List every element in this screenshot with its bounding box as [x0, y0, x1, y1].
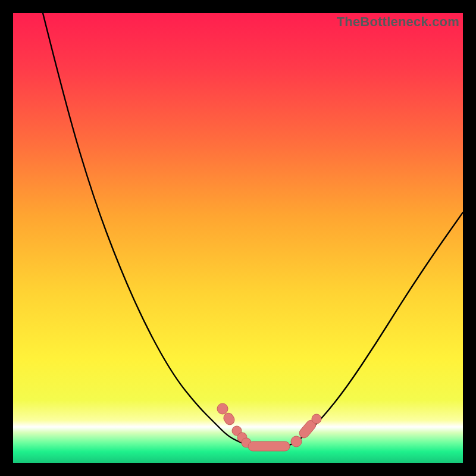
- bead-dot: [291, 436, 302, 447]
- bead-pill: [248, 441, 290, 451]
- bead-dot: [217, 403, 228, 414]
- bottleneck-curve: [13, 13, 463, 463]
- plot-frame: TheBottleneck.com: [13, 13, 463, 463]
- bead-dot: [312, 414, 321, 424]
- watermark-text: TheBottleneck.com: [337, 14, 459, 30]
